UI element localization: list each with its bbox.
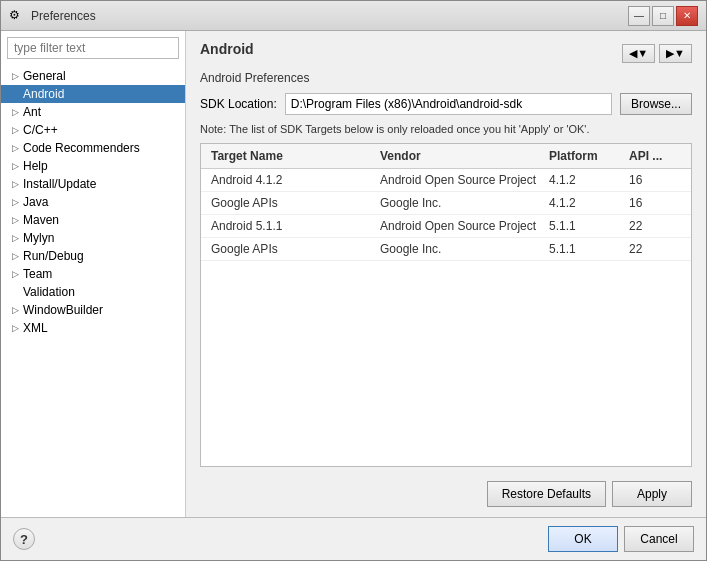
title-bar-buttons: — □ ✕ — [628, 6, 698, 26]
arrow-icon: ▷ — [9, 322, 21, 334]
preferences-window: ⚙ Preferences — □ ✕ ▷ General Android — [0, 0, 707, 561]
col-header-name: Target Name — [207, 147, 376, 165]
cell-platform: 4.1.2 — [545, 171, 625, 189]
sidebar-item-label: C/C++ — [23, 123, 58, 137]
sidebar: ▷ General Android ▷ Ant ▷ C/C++ ▷ Cod — [1, 31, 186, 517]
sidebar-item-label: Mylyn — [23, 231, 54, 245]
sidebar-item-team[interactable]: ▷ Team — [1, 265, 185, 283]
restore-defaults-button[interactable]: Restore Defaults — [487, 481, 606, 507]
sdk-input[interactable] — [285, 93, 612, 115]
sidebar-item-label: Team — [23, 267, 52, 281]
table-row[interactable]: Android 5.1.1 Android Open Source Projec… — [201, 215, 691, 238]
browse-button[interactable]: Browse... — [620, 93, 692, 115]
table-row[interactable]: Google APIs Google Inc. 5.1.1 22 — [201, 238, 691, 261]
col-header-vendor: Vendor — [376, 147, 545, 165]
footer-left: ? — [13, 528, 35, 550]
window-icon: ⚙ — [9, 8, 25, 24]
cell-api: 22 — [625, 217, 685, 235]
title-bar-left: ⚙ Preferences — [9, 8, 96, 24]
targets-table: Target Name Vendor Platform API ... Andr… — [200, 143, 692, 467]
header-row: Android ◀▼ ▶▼ — [200, 41, 692, 65]
title-bar: ⚙ Preferences — □ ✕ — [1, 1, 706, 31]
close-button[interactable]: ✕ — [676, 6, 698, 26]
cancel-button[interactable]: Cancel — [624, 526, 694, 552]
sidebar-item-label: Android — [23, 87, 64, 101]
arrow-icon: ▷ — [9, 214, 21, 226]
section-title: Android Preferences — [200, 71, 692, 85]
arrow-icon: ▷ — [9, 106, 21, 118]
sidebar-item-label: XML — [23, 321, 48, 335]
arrow-icon: ▷ — [9, 160, 21, 172]
arrow-icon: ▷ — [9, 250, 21, 262]
sidebar-item-label: Ant — [23, 105, 41, 119]
arrow-icon: ▷ — [9, 268, 21, 280]
cell-vendor: Google Inc. — [376, 240, 545, 258]
arrow-icon: ▷ — [9, 232, 21, 244]
sidebar-item-java[interactable]: ▷ Java — [1, 193, 185, 211]
sdk-label: SDK Location: — [200, 97, 277, 111]
cell-api: 22 — [625, 240, 685, 258]
sidebar-item-label: Validation — [23, 285, 75, 299]
sidebar-item-help[interactable]: ▷ Help — [1, 157, 185, 175]
help-button[interactable]: ? — [13, 528, 35, 550]
sidebar-item-android[interactable]: Android — [1, 85, 185, 103]
cell-vendor: Android Open Source Project — [376, 217, 545, 235]
cell-platform: 4.1.2 — [545, 194, 625, 212]
back-button[interactable]: ◀▼ — [622, 44, 655, 63]
table-header: Target Name Vendor Platform API ... — [201, 144, 691, 169]
sidebar-item-label: Java — [23, 195, 48, 209]
sidebar-item-label: Help — [23, 159, 48, 173]
footer-right: OK Cancel — [548, 526, 694, 552]
table-row[interactable]: Android 4.1.2 Android Open Source Projec… — [201, 169, 691, 192]
col-header-api: API ... — [625, 147, 685, 165]
arrow-icon — [9, 286, 21, 298]
main-panel: Android ◀▼ ▶▼ Android Preferences SDK Lo… — [186, 31, 706, 517]
cell-platform: 5.1.1 — [545, 240, 625, 258]
sidebar-item-xml[interactable]: ▷ XML — [1, 319, 185, 337]
cell-name: Google APIs — [207, 240, 376, 258]
cell-vendor: Google Inc. — [376, 194, 545, 212]
sidebar-item-validation[interactable]: Validation — [1, 283, 185, 301]
sidebar-item-maven[interactable]: ▷ Maven — [1, 211, 185, 229]
arrow-icon — [9, 88, 21, 100]
dialog-footer: ? OK Cancel — [1, 517, 706, 560]
content-area: ▷ General Android ▷ Ant ▷ C/C++ ▷ Cod — [1, 31, 706, 517]
sidebar-item-install-update[interactable]: ▷ Install/Update — [1, 175, 185, 193]
sidebar-item-label: General — [23, 69, 66, 83]
sidebar-item-label: Run/Debug — [23, 249, 84, 263]
nav-arrows: ◀▼ ▶▼ — [622, 44, 692, 63]
cell-name: Android 4.1.2 — [207, 171, 376, 189]
cell-platform: 5.1.1 — [545, 217, 625, 235]
cell-name: Android 5.1.1 — [207, 217, 376, 235]
sidebar-item-run-debug[interactable]: ▷ Run/Debug — [1, 247, 185, 265]
sidebar-item-general[interactable]: ▷ General — [1, 67, 185, 85]
sdk-row: SDK Location: Browse... — [200, 93, 692, 115]
sidebar-item-cpp[interactable]: ▷ C/C++ — [1, 121, 185, 139]
sidebar-item-label: Install/Update — [23, 177, 96, 191]
sidebar-item-label: Maven — [23, 213, 59, 227]
sidebar-item-ant[interactable]: ▷ Ant — [1, 103, 185, 121]
note-text: Note: The list of SDK Targets below is o… — [200, 123, 692, 135]
cell-api: 16 — [625, 171, 685, 189]
sidebar-item-mylyn[interactable]: ▷ Mylyn — [1, 229, 185, 247]
arrow-icon: ▷ — [9, 124, 21, 136]
arrow-icon: ▷ — [9, 178, 21, 190]
sidebar-item-windowbuilder[interactable]: ▷ WindowBuilder — [1, 301, 185, 319]
arrow-icon: ▷ — [9, 196, 21, 208]
arrow-icon: ▷ — [9, 70, 21, 82]
sidebar-item-label: WindowBuilder — [23, 303, 103, 317]
table-row[interactable]: Google APIs Google Inc. 4.1.2 16 — [201, 192, 691, 215]
sidebar-item-label: Code Recommenders — [23, 141, 140, 155]
ok-button[interactable]: OK — [548, 526, 618, 552]
col-header-platform: Platform — [545, 147, 625, 165]
bottom-buttons: Restore Defaults Apply — [200, 475, 692, 507]
window-title: Preferences — [31, 9, 96, 23]
minimize-button[interactable]: — — [628, 6, 650, 26]
maximize-button[interactable]: □ — [652, 6, 674, 26]
apply-button[interactable]: Apply — [612, 481, 692, 507]
filter-input[interactable] — [7, 37, 179, 59]
sidebar-item-code-recommenders[interactable]: ▷ Code Recommenders — [1, 139, 185, 157]
forward-button[interactable]: ▶▼ — [659, 44, 692, 63]
cell-name: Google APIs — [207, 194, 376, 212]
arrow-icon: ▷ — [9, 142, 21, 154]
